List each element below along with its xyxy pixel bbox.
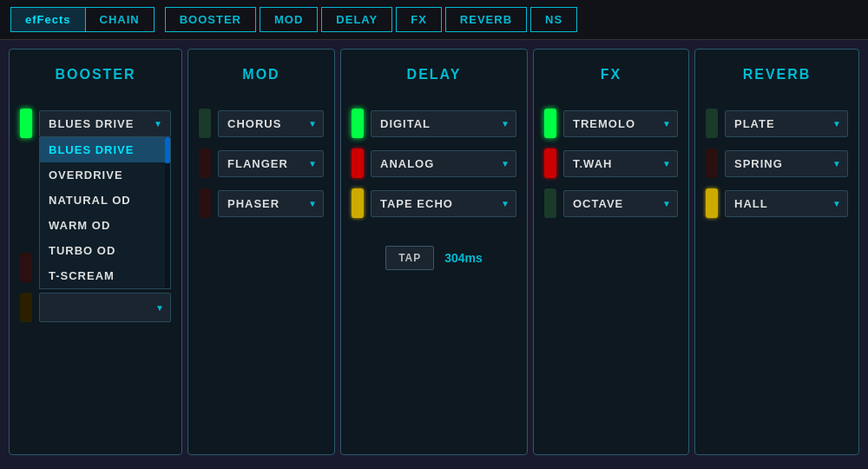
booster-title: BOOSTER: [55, 67, 135, 83]
delay-dropdown-1-wrapper: DIGITAL ▼: [371, 110, 516, 137]
booster-scrollbar[interactable]: [165, 137, 170, 288]
fx-indicator-1: [544, 109, 556, 138]
fx-dropdown-3-wrapper: OCTAVE ▼: [563, 190, 678, 217]
tab-chain[interactable]: CHAIN: [86, 8, 154, 31]
delay-dropdown-2-wrapper: ANALOG ▼: [371, 150, 516, 177]
reverb-dropdown-spring[interactable]: SPRING: [725, 150, 848, 177]
booster-dropdown-3-wrapper: ▼: [39, 293, 171, 322]
fx-effect-row-1: TREMOLO ▼: [544, 109, 678, 138]
booster-scrollbar-thumb: [165, 137, 170, 163]
booster-option-turbo-od[interactable]: TURBO OD: [40, 238, 165, 263]
reverb-dropdown-hall[interactable]: HALL: [725, 190, 848, 217]
booster-indicator-1: [20, 109, 32, 138]
section-tabs: BOOSTER MOD DELAY FX REVERB NS: [165, 7, 577, 32]
mod-dropdown-flanger[interactable]: FLANGER: [218, 150, 324, 177]
booster-dropdown-list: BLUES DRIVE OVERDRIVE NATURAL OD WARM OD…: [39, 137, 171, 289]
mod-indicator-1: [199, 109, 211, 138]
booster-option-overdrive[interactable]: OVERDRIVE: [40, 162, 165, 188]
delay-dropdown-digital[interactable]: DIGITAL: [371, 110, 516, 137]
mod-effect-row-2: FLANGER ▼: [199, 149, 324, 178]
delay-indicator-1: [352, 109, 364, 138]
booster-option-warm-od[interactable]: WARM OD: [40, 213, 165, 238]
main-content: BOOSTER BLUES DRIVE ▼ BLUES DRIVE OVERDR…: [0, 40, 868, 464]
delay-dropdown-analog[interactable]: ANALOG: [371, 150, 516, 177]
reverb-dropdown-1-wrapper: PLATE ▼: [725, 110, 848, 137]
booster-option-t-scream[interactable]: T-SCREAM: [40, 263, 165, 288]
reverb-effect-row-2: SPRING ▼: [706, 149, 848, 178]
booster-effect-row-1: BLUES DRIVE ▼ BLUES DRIVE OVERDRIVE NATU…: [20, 109, 171, 138]
booster-dropdown-button[interactable]: BLUES DRIVE ▼: [39, 110, 171, 137]
tab-reverb[interactable]: REVERB: [445, 7, 527, 32]
mod-section: MOD CHORUS ▼ FLANGER ▼ PHASER ▼: [187, 49, 335, 455]
booster-indicator-3: [20, 293, 32, 322]
reverb-dropdown-plate[interactable]: PLATE: [725, 110, 848, 137]
fx-effect-row-2: T.WAH ▼: [544, 149, 678, 178]
mod-dropdown-1-wrapper: CHORUS ▼: [218, 110, 324, 137]
reverb-effect-row-1: PLATE ▼: [706, 109, 848, 138]
mod-dropdown-2-wrapper: FLANGER ▼: [218, 150, 324, 177]
delay-indicator-2: [352, 149, 364, 178]
reverb-indicator-3: [706, 188, 718, 218]
fx-indicator-2: [544, 149, 556, 178]
reverb-section: REVERB PLATE ▼ SPRING ▼ HALL ▼: [694, 49, 859, 455]
delay-indicator-3: [352, 188, 364, 218]
delay-effect-row-3: TAPE ECHO ▼: [352, 188, 516, 218]
tap-value: 304ms: [444, 251, 483, 265]
reverb-dropdown-2-wrapper: SPRING ▼: [725, 150, 848, 177]
delay-effect-row-1: DIGITAL ▼: [352, 109, 516, 138]
tab-ns[interactable]: NS: [530, 7, 577, 32]
delay-dropdown-3-wrapper: TAPE ECHO ▼: [371, 190, 516, 217]
booster-dropdown-3[interactable]: [39, 293, 171, 322]
mod-dropdown-3-wrapper: PHASER ▼: [218, 190, 324, 217]
tab-booster[interactable]: BOOSTER: [165, 7, 256, 32]
fx-dropdown-2-wrapper: T.WAH ▼: [563, 150, 678, 177]
booster-option-natural-od[interactable]: NATURAL OD: [40, 188, 165, 213]
tap-button[interactable]: TAP: [385, 246, 434, 270]
main-tab-group: efFects CHAIN: [10, 7, 155, 32]
fx-effect-row-3: OCTAVE ▼: [544, 188, 678, 218]
mod-indicator-2: [199, 149, 211, 178]
tab-fx[interactable]: FX: [396, 7, 442, 32]
reverb-title: REVERB: [743, 67, 812, 83]
fx-dropdown-octave[interactable]: OCTAVE: [563, 190, 678, 217]
delay-title: DELAY: [407, 67, 462, 83]
mod-effect-row-3: PHASER ▼: [199, 188, 324, 218]
delay-dropdown-tape-echo[interactable]: TAPE ECHO: [371, 190, 516, 217]
fx-indicator-3: [544, 188, 556, 218]
delay-tap-area: TAP 304ms: [385, 246, 483, 270]
reverb-indicator-2: [706, 149, 718, 178]
reverb-dropdown-3-wrapper: HALL ▼: [725, 190, 848, 217]
tab-effects[interactable]: efFects: [11, 8, 86, 31]
tab-delay[interactable]: DELAY: [321, 7, 392, 32]
booster-option-blues-drive[interactable]: BLUES DRIVE: [40, 137, 165, 162]
fx-section: FX TREMOLO ▼ T.WAH ▼ OCTAVE ▼: [533, 49, 689, 455]
reverb-effect-row-3: HALL ▼: [706, 188, 848, 218]
fx-title: FX: [601, 67, 621, 83]
fx-dropdown-tremolo[interactable]: TREMOLO: [563, 110, 678, 137]
fx-dropdown-1-wrapper: TREMOLO ▼: [563, 110, 678, 137]
delay-section: DELAY DIGITAL ▼ ANALOG ▼ TAPE ECHO ▼ TAP: [340, 49, 528, 455]
fx-dropdown-twah[interactable]: T.WAH: [563, 150, 678, 177]
header: efFects CHAIN BOOSTER MOD DELAY FX REVER…: [0, 0, 868, 40]
booster-section: BOOSTER BLUES DRIVE ▼ BLUES DRIVE OVERDR…: [9, 49, 182, 455]
mod-effect-row-1: CHORUS ▼: [199, 109, 324, 138]
tab-mod[interactable]: MOD: [260, 7, 318, 32]
mod-dropdown-chorus[interactable]: CHORUS: [218, 110, 324, 137]
mod-dropdown-phaser[interactable]: PHASER: [218, 190, 324, 217]
booster-indicator-2: [20, 253, 32, 282]
mod-title: MOD: [242, 67, 279, 83]
mod-indicator-3: [199, 188, 211, 218]
reverb-indicator-1: [706, 109, 718, 138]
booster-select-container: BLUES DRIVE ▼ BLUES DRIVE OVERDRIVE NATU…: [39, 110, 171, 137]
booster-dropdown-arrow: ▼: [154, 119, 163, 129]
delay-effect-row-2: ANALOG ▼: [352, 149, 516, 178]
booster-effect-row-3: ▼: [20, 293, 171, 322]
